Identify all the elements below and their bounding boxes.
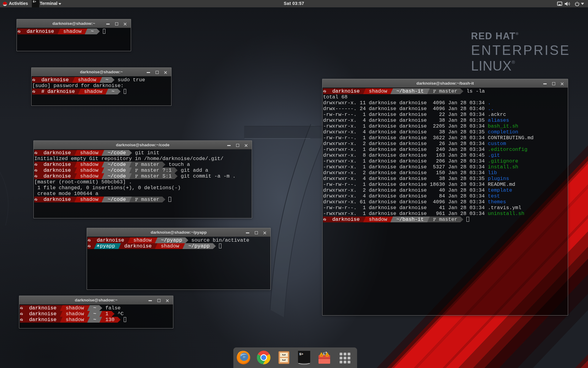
svg-text:$>: $> bbox=[299, 352, 303, 356]
